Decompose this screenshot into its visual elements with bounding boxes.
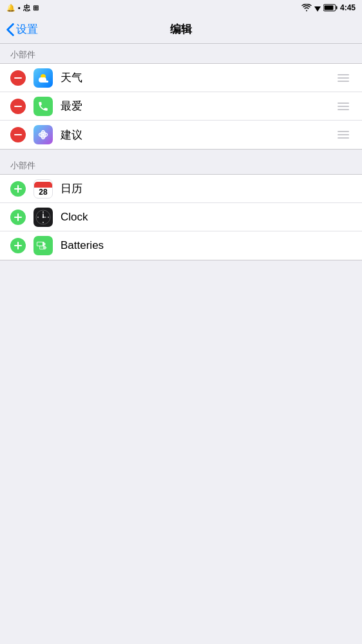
weather-label: 天气 bbox=[61, 70, 335, 85]
remove-weather-button[interactable] bbox=[10, 70, 26, 86]
back-button[interactable]: 设置 bbox=[6, 22, 38, 37]
svg-rect-3 bbox=[324, 6, 333, 10]
svg-rect-8 bbox=[45, 81, 48, 83]
phone-icon bbox=[37, 101, 49, 112]
nav-bar: 设置 编辑 bbox=[0, 15, 362, 44]
page-title: 编辑 bbox=[170, 22, 192, 37]
clock-label: Clock bbox=[61, 211, 352, 224]
empty-background bbox=[0, 260, 362, 634]
drag-handle-weather[interactable] bbox=[335, 72, 352, 84]
section-gap bbox=[0, 150, 362, 155]
remove-suggestions-button[interactable] bbox=[10, 127, 26, 142]
app-icon-small: 忠 bbox=[23, 3, 30, 13]
section-header-active: 小部件 bbox=[0, 44, 362, 63]
back-label: 设置 bbox=[16, 22, 38, 37]
suggestions-label: 建议 bbox=[61, 128, 335, 142]
wifi-icon bbox=[301, 4, 312, 12]
status-bar: 🔔 ▪ 忠 ⊞ 4:45 bbox=[0, 0, 362, 15]
add-clock-button[interactable] bbox=[10, 210, 26, 225]
available-widgets-list: 28 日历 Clock bbox=[0, 174, 362, 260]
status-right-icons: 4:45 bbox=[301, 3, 356, 12]
battery-icon bbox=[323, 4, 338, 12]
svg-marker-0 bbox=[314, 6, 321, 12]
batteries-app-icon bbox=[33, 236, 53, 255]
calendar-date: 28 bbox=[39, 188, 47, 196]
drag-handle-favorites[interactable] bbox=[335, 100, 352, 113]
svg-rect-2 bbox=[336, 6, 337, 10]
list-item: 28 日历 bbox=[0, 175, 362, 203]
svg-rect-26 bbox=[40, 246, 43, 249]
active-widgets-list: 天气 最爱 建议 bbox=[0, 63, 362, 150]
batteries-icon bbox=[36, 240, 50, 251]
add-batteries-button[interactable] bbox=[10, 238, 26, 253]
accessibility-icon: ⊞ bbox=[33, 4, 39, 12]
time-display: 4:45 bbox=[340, 3, 356, 12]
back-chevron-icon bbox=[6, 23, 14, 36]
list-item: 天气 bbox=[0, 64, 362, 92]
list-item: Batteries bbox=[0, 231, 362, 260]
list-item: Clock bbox=[0, 203, 362, 231]
signal-icon bbox=[314, 4, 321, 12]
weather-app-icon bbox=[33, 68, 53, 88]
siri-icon bbox=[37, 128, 50, 141]
remove-favorites-button[interactable] bbox=[10, 99, 26, 114]
calendar-header bbox=[34, 182, 52, 188]
status-left-icons: 🔔 ▪ 忠 ⊞ bbox=[6, 3, 39, 13]
batteries-label: Batteries bbox=[61, 239, 352, 252]
svg-rect-25 bbox=[46, 247, 46, 249]
calendar-label: 日历 bbox=[61, 181, 352, 196]
weather-icon bbox=[37, 72, 50, 84]
square-icon: ▪ bbox=[18, 4, 21, 12]
calendar-app-icon: 28 bbox=[33, 179, 53, 199]
siri-app-icon bbox=[33, 125, 53, 144]
list-item: 建议 bbox=[0, 121, 362, 149]
add-calendar-button[interactable] bbox=[10, 181, 26, 197]
notification-icon: 🔔 bbox=[6, 4, 15, 12]
favorites-label: 最爱 bbox=[61, 99, 335, 113]
section-header-available: 小部件 bbox=[0, 155, 362, 174]
phone-app-icon bbox=[33, 97, 53, 116]
list-item: 最爱 bbox=[0, 92, 362, 121]
svg-point-11 bbox=[42, 133, 44, 135]
drag-handle-suggestions[interactable] bbox=[335, 128, 352, 141]
clock-face-icon bbox=[35, 209, 52, 226]
clock-app-icon bbox=[33, 208, 53, 227]
svg-rect-23 bbox=[37, 242, 43, 246]
svg-rect-22 bbox=[44, 243, 46, 245]
svg-point-20 bbox=[43, 216, 44, 217]
